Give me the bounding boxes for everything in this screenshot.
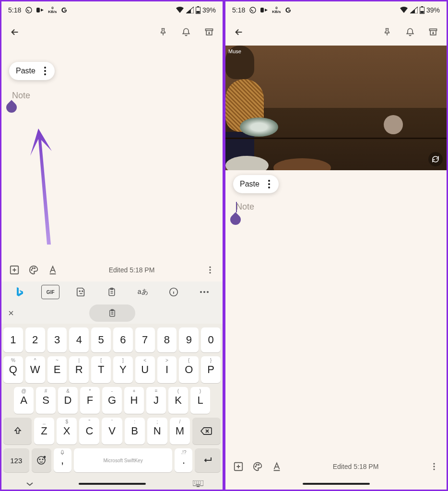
add-content-button[interactable] (233, 461, 244, 472)
more-options-button[interactable] (205, 265, 215, 275)
suggestion-close-icon[interactable] (7, 309, 15, 317)
key-b[interactable]: :B (125, 418, 145, 444)
key-t[interactable]: [T (91, 356, 111, 383)
battery-percent: 39% (202, 6, 216, 14)
key-m[interactable]: /M (170, 418, 190, 444)
key-i[interactable]: >I (157, 356, 177, 383)
image-refresh-icon[interactable] (428, 152, 443, 166)
key-k[interactable]: (K (168, 387, 188, 414)
key-d[interactable]: &D (58, 387, 78, 414)
text-format-button[interactable] (271, 461, 282, 472)
reminder-button[interactable] (177, 23, 196, 42)
emoji-key[interactable] (32, 448, 51, 472)
back-button[interactable] (5, 23, 24, 42)
key-e[interactable]: ~E (47, 356, 67, 383)
key-x[interactable]: $X (57, 418, 77, 444)
backspace-key[interactable] (192, 418, 221, 444)
enter-key[interactable] (195, 448, 221, 472)
svg-rect-38 (197, 486, 200, 487)
google-icon (60, 6, 68, 14)
add-content-button[interactable] (9, 265, 20, 275)
signal-icon (186, 7, 194, 13)
svg-point-20 (207, 291, 209, 293)
key-f[interactable]: *F (80, 387, 100, 414)
key-3[interactable]: 3 (47, 327, 67, 352)
text-format-button[interactable] (47, 265, 58, 275)
context-more-icon[interactable] (266, 180, 272, 188)
sticker-button[interactable] (72, 285, 90, 299)
archive-button[interactable] (200, 23, 219, 42)
key-5[interactable]: 5 (91, 327, 111, 352)
key-y[interactable]: ]Y (113, 356, 133, 383)
note-bottom-toolbar: Edited 5:18 PM (1, 258, 223, 281)
note-body[interactable]: Paste Note (1, 46, 223, 258)
app-bar (1, 19, 223, 46)
nav-collapse-icon[interactable] (25, 481, 34, 487)
key-123[interactable]: 123 (3, 448, 29, 472)
shift-key[interactable] (3, 418, 32, 444)
context-more-icon[interactable] (42, 67, 48, 75)
info-button[interactable] (165, 285, 183, 299)
key-2[interactable]: 2 (25, 327, 45, 352)
text-cursor-handle[interactable] (4, 100, 19, 115)
more-options-button[interactable] (429, 462, 439, 471)
key-6[interactable]: 6 (113, 327, 133, 352)
key-g[interactable]: -G (102, 387, 122, 414)
key-s[interactable]: #S (36, 387, 56, 414)
key-j[interactable]: =J (146, 387, 166, 414)
toolbar-more-button[interactable] (195, 285, 213, 299)
palette-button[interactable] (252, 461, 263, 472)
key-o[interactable]: {O (179, 356, 199, 383)
key-c[interactable]: "C (79, 418, 99, 444)
key-v[interactable]: 'V (102, 418, 122, 444)
clipboard-suggestion[interactable] (89, 304, 135, 322)
note-placeholder: Note (12, 91, 30, 101)
navigation-bar (225, 478, 447, 490)
keyboard: GIF aあ 1 2 3 4 5 6 7 8 9 0 %Q^W~E|R[T]Y<… (1, 281, 223, 478)
nav-home-pill[interactable] (79, 483, 146, 485)
palette-button[interactable] (28, 265, 39, 275)
key-r[interactable]: |R (69, 356, 89, 383)
key-8[interactable]: 8 (157, 327, 177, 352)
bing-icon[interactable] (11, 285, 29, 299)
pin-button[interactable] (377, 23, 397, 42)
svg-rect-37 (196, 484, 200, 485)
comma-key[interactable]: , (54, 448, 71, 472)
key-u[interactable]: <U (135, 356, 155, 383)
key-9[interactable]: 9 (179, 327, 199, 352)
key-7[interactable]: 7 (135, 327, 155, 352)
note-body[interactable]: Paste Note (225, 170, 447, 455)
key-p[interactable]: }P (201, 356, 221, 383)
pasted-image[interactable]: Muse (225, 46, 447, 170)
key-a[interactable]: @A (14, 387, 34, 414)
text-cursor-handle[interactable] (228, 212, 243, 227)
keyboard-row-a: @A#S&D*F-G+H=J(K)L (3, 387, 221, 414)
svg-point-7 (31, 269, 32, 270)
gif-button[interactable]: GIF (41, 285, 59, 299)
reminder-button[interactable] (401, 23, 420, 42)
google-icon (284, 6, 292, 14)
svg-point-48 (258, 464, 259, 465)
nav-home-pill[interactable] (303, 483, 370, 485)
period-key[interactable]: .!?. (175, 448, 192, 472)
status-time: 5:18 (8, 6, 21, 14)
key-q[interactable]: %Q (3, 356, 23, 383)
svg-point-51 (433, 468, 435, 470)
spacebar[interactable]: Microsoft SwiftKey (74, 448, 173, 472)
pin-button[interactable] (153, 23, 173, 42)
paste-option[interactable]: Paste (16, 67, 35, 75)
key-n[interactable]: ;N (147, 418, 167, 444)
key-0[interactable]: 0 (201, 327, 221, 352)
clipboard-button[interactable] (103, 285, 121, 299)
key-4[interactable]: 4 (69, 327, 89, 352)
back-button[interactable] (229, 23, 248, 42)
key-l[interactable]: )L (190, 387, 210, 414)
key-h[interactable]: +H (124, 387, 144, 414)
key-z[interactable]: _Z (34, 418, 54, 444)
key-w[interactable]: ^W (25, 356, 45, 383)
translate-button[interactable]: aあ (134, 285, 152, 299)
nav-keyboard-icon[interactable] (193, 480, 203, 487)
key-1[interactable]: 1 (3, 327, 23, 352)
paste-option[interactable]: Paste (240, 180, 259, 188)
archive-button[interactable] (424, 23, 443, 42)
